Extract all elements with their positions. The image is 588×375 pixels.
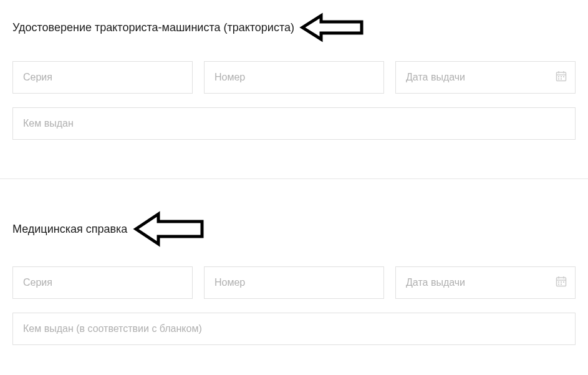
medical-section-header: Медицинская справка bbox=[12, 210, 576, 248]
license-number-wrap bbox=[204, 61, 384, 94]
license-date-input[interactable] bbox=[395, 61, 576, 94]
medical-date-wrap bbox=[395, 266, 576, 299]
license-issuedby-wrap bbox=[12, 107, 576, 140]
medical-date-input[interactable] bbox=[395, 266, 576, 299]
medical-series-input[interactable] bbox=[12, 266, 193, 299]
medical-number-input[interactable] bbox=[204, 266, 384, 299]
license-row-1 bbox=[12, 61, 576, 94]
license-series-wrap bbox=[12, 61, 193, 94]
license-section: Удостоверение тракториста-машиниста (тра… bbox=[0, 0, 588, 172]
medical-section-title: Медицинская справка bbox=[12, 223, 127, 236]
license-section-title: Удостоверение тракториста-машиниста (тра… bbox=[12, 21, 294, 34]
license-section-header: Удостоверение тракториста-машиниста (тра… bbox=[12, 12, 576, 42]
medical-section: Медицинская справка bbox=[0, 198, 588, 375]
medical-series-wrap bbox=[12, 266, 193, 299]
license-series-input[interactable] bbox=[12, 61, 193, 94]
arrow-left-icon bbox=[132, 210, 207, 248]
license-row-2 bbox=[12, 107, 576, 140]
medical-row-2 bbox=[12, 313, 576, 345]
medical-row-1 bbox=[12, 266, 576, 299]
medical-issuedby-wrap bbox=[12, 313, 576, 345]
license-issuedby-input[interactable] bbox=[12, 107, 576, 140]
medical-number-wrap bbox=[204, 266, 384, 299]
section-divider bbox=[0, 178, 588, 179]
arrow-left-icon bbox=[299, 12, 368, 42]
license-number-input[interactable] bbox=[204, 61, 384, 94]
medical-issuedby-input[interactable] bbox=[12, 313, 576, 345]
license-date-wrap bbox=[395, 61, 576, 94]
